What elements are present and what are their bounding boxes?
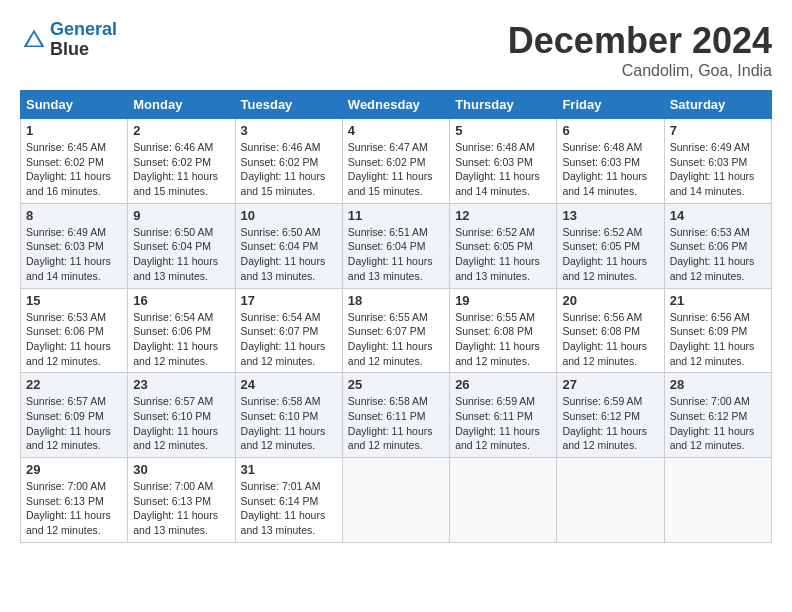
calendar-header-row: SundayMondayTuesdayWednesdayThursdayFrid… — [21, 91, 772, 119]
day-info: Sunrise: 6:59 AMSunset: 6:11 PMDaylight:… — [455, 394, 551, 453]
calendar-cell: 28Sunrise: 7:00 AMSunset: 6:12 PMDayligh… — [664, 373, 771, 458]
day-info: Sunrise: 6:54 AMSunset: 6:07 PMDaylight:… — [241, 310, 337, 369]
month-title: December 2024 — [508, 20, 772, 62]
day-info: Sunrise: 7:00 AMSunset: 6:12 PMDaylight:… — [670, 394, 766, 453]
day-number: 17 — [241, 293, 337, 308]
day-number: 21 — [670, 293, 766, 308]
calendar-cell: 12Sunrise: 6:52 AMSunset: 6:05 PMDayligh… — [450, 203, 557, 288]
logo-line1: General — [50, 19, 117, 39]
day-number: 28 — [670, 377, 766, 392]
day-info: Sunrise: 6:50 AMSunset: 6:04 PMDaylight:… — [133, 225, 229, 284]
header-tuesday: Tuesday — [235, 91, 342, 119]
header-monday: Monday — [128, 91, 235, 119]
day-number: 24 — [241, 377, 337, 392]
day-info: Sunrise: 6:47 AMSunset: 6:02 PMDaylight:… — [348, 140, 444, 199]
calendar-cell: 29Sunrise: 7:00 AMSunset: 6:13 PMDayligh… — [21, 458, 128, 543]
day-number: 22 — [26, 377, 122, 392]
day-info: Sunrise: 7:00 AMSunset: 6:13 PMDaylight:… — [26, 479, 122, 538]
calendar-cell: 23Sunrise: 6:57 AMSunset: 6:10 PMDayligh… — [128, 373, 235, 458]
calendar-cell: 20Sunrise: 6:56 AMSunset: 6:08 PMDayligh… — [557, 288, 664, 373]
calendar-cell: 4Sunrise: 6:47 AMSunset: 6:02 PMDaylight… — [342, 119, 449, 204]
day-number: 5 — [455, 123, 551, 138]
day-number: 13 — [562, 208, 658, 223]
calendar-cell: 6Sunrise: 6:48 AMSunset: 6:03 PMDaylight… — [557, 119, 664, 204]
day-info: Sunrise: 6:52 AMSunset: 6:05 PMDaylight:… — [562, 225, 658, 284]
day-info: Sunrise: 6:57 AMSunset: 6:10 PMDaylight:… — [133, 394, 229, 453]
day-number: 11 — [348, 208, 444, 223]
day-number: 6 — [562, 123, 658, 138]
calendar-week-row: 1Sunrise: 6:45 AMSunset: 6:02 PMDaylight… — [21, 119, 772, 204]
day-number: 1 — [26, 123, 122, 138]
calendar-cell: 8Sunrise: 6:49 AMSunset: 6:03 PMDaylight… — [21, 203, 128, 288]
day-number: 20 — [562, 293, 658, 308]
calendar-cell: 21Sunrise: 6:56 AMSunset: 6:09 PMDayligh… — [664, 288, 771, 373]
day-number: 14 — [670, 208, 766, 223]
calendar-cell: 5Sunrise: 6:48 AMSunset: 6:03 PMDaylight… — [450, 119, 557, 204]
day-info: Sunrise: 6:53 AMSunset: 6:06 PMDaylight:… — [26, 310, 122, 369]
logo: General Blue — [20, 20, 117, 60]
day-info: Sunrise: 6:50 AMSunset: 6:04 PMDaylight:… — [241, 225, 337, 284]
day-info: Sunrise: 6:46 AMSunset: 6:02 PMDaylight:… — [133, 140, 229, 199]
day-info: Sunrise: 6:53 AMSunset: 6:06 PMDaylight:… — [670, 225, 766, 284]
day-info: Sunrise: 6:57 AMSunset: 6:09 PMDaylight:… — [26, 394, 122, 453]
calendar-cell: 30Sunrise: 7:00 AMSunset: 6:13 PMDayligh… — [128, 458, 235, 543]
day-number: 23 — [133, 377, 229, 392]
calendar-cell: 26Sunrise: 6:59 AMSunset: 6:11 PMDayligh… — [450, 373, 557, 458]
calendar-cell: 17Sunrise: 6:54 AMSunset: 6:07 PMDayligh… — [235, 288, 342, 373]
calendar-week-row: 15Sunrise: 6:53 AMSunset: 6:06 PMDayligh… — [21, 288, 772, 373]
calendar-cell: 31Sunrise: 7:01 AMSunset: 6:14 PMDayligh… — [235, 458, 342, 543]
calendar-cell: 1Sunrise: 6:45 AMSunset: 6:02 PMDaylight… — [21, 119, 128, 204]
day-info: Sunrise: 6:48 AMSunset: 6:03 PMDaylight:… — [455, 140, 551, 199]
day-info: Sunrise: 6:52 AMSunset: 6:05 PMDaylight:… — [455, 225, 551, 284]
day-info: Sunrise: 6:49 AMSunset: 6:03 PMDaylight:… — [26, 225, 122, 284]
calendar-cell — [664, 458, 771, 543]
calendar-cell — [450, 458, 557, 543]
calendar-week-row: 22Sunrise: 6:57 AMSunset: 6:09 PMDayligh… — [21, 373, 772, 458]
day-info: Sunrise: 6:55 AMSunset: 6:07 PMDaylight:… — [348, 310, 444, 369]
day-info: Sunrise: 7:00 AMSunset: 6:13 PMDaylight:… — [133, 479, 229, 538]
calendar-table: SundayMondayTuesdayWednesdayThursdayFrid… — [20, 90, 772, 543]
day-number: 8 — [26, 208, 122, 223]
calendar-cell: 24Sunrise: 6:58 AMSunset: 6:10 PMDayligh… — [235, 373, 342, 458]
day-info: Sunrise: 6:58 AMSunset: 6:11 PMDaylight:… — [348, 394, 444, 453]
calendar-week-row: 29Sunrise: 7:00 AMSunset: 6:13 PMDayligh… — [21, 458, 772, 543]
header-wednesday: Wednesday — [342, 91, 449, 119]
logo-icon — [20, 26, 48, 54]
day-number: 15 — [26, 293, 122, 308]
header-saturday: Saturday — [664, 91, 771, 119]
day-number: 10 — [241, 208, 337, 223]
day-info: Sunrise: 7:01 AMSunset: 6:14 PMDaylight:… — [241, 479, 337, 538]
calendar-cell: 19Sunrise: 6:55 AMSunset: 6:08 PMDayligh… — [450, 288, 557, 373]
day-info: Sunrise: 6:46 AMSunset: 6:02 PMDaylight:… — [241, 140, 337, 199]
day-info: Sunrise: 6:51 AMSunset: 6:04 PMDaylight:… — [348, 225, 444, 284]
day-number: 31 — [241, 462, 337, 477]
day-info: Sunrise: 6:49 AMSunset: 6:03 PMDaylight:… — [670, 140, 766, 199]
calendar-cell: 7Sunrise: 6:49 AMSunset: 6:03 PMDaylight… — [664, 119, 771, 204]
day-info: Sunrise: 6:48 AMSunset: 6:03 PMDaylight:… — [562, 140, 658, 199]
calendar-cell — [557, 458, 664, 543]
day-info: Sunrise: 6:59 AMSunset: 6:12 PMDaylight:… — [562, 394, 658, 453]
logo-line2: Blue — [50, 40, 117, 60]
day-info: Sunrise: 6:58 AMSunset: 6:10 PMDaylight:… — [241, 394, 337, 453]
header-friday: Friday — [557, 91, 664, 119]
day-number: 16 — [133, 293, 229, 308]
calendar-cell: 15Sunrise: 6:53 AMSunset: 6:06 PMDayligh… — [21, 288, 128, 373]
day-number: 27 — [562, 377, 658, 392]
day-number: 30 — [133, 462, 229, 477]
calendar-cell: 16Sunrise: 6:54 AMSunset: 6:06 PMDayligh… — [128, 288, 235, 373]
day-number: 2 — [133, 123, 229, 138]
calendar-week-row: 8Sunrise: 6:49 AMSunset: 6:03 PMDaylight… — [21, 203, 772, 288]
calendar-cell: 9Sunrise: 6:50 AMSunset: 6:04 PMDaylight… — [128, 203, 235, 288]
day-number: 7 — [670, 123, 766, 138]
calendar-cell: 14Sunrise: 6:53 AMSunset: 6:06 PMDayligh… — [664, 203, 771, 288]
day-info: Sunrise: 6:56 AMSunset: 6:08 PMDaylight:… — [562, 310, 658, 369]
day-number: 29 — [26, 462, 122, 477]
day-number: 25 — [348, 377, 444, 392]
day-number: 9 — [133, 208, 229, 223]
page-header: General Blue December 2024 Candolim, Goa… — [20, 20, 772, 80]
location: Candolim, Goa, India — [508, 62, 772, 80]
day-number: 4 — [348, 123, 444, 138]
calendar-cell: 27Sunrise: 6:59 AMSunset: 6:12 PMDayligh… — [557, 373, 664, 458]
calendar-cell — [342, 458, 449, 543]
calendar-cell: 22Sunrise: 6:57 AMSunset: 6:09 PMDayligh… — [21, 373, 128, 458]
